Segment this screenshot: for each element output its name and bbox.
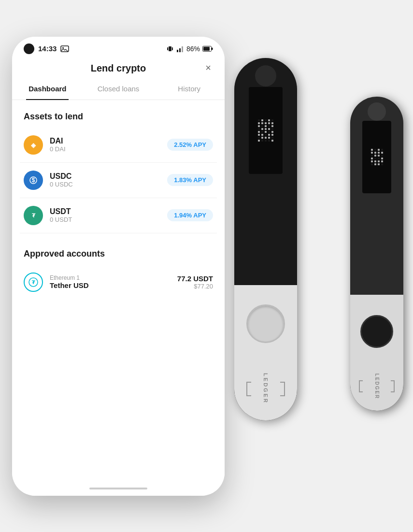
usdc-info: USDC 0 USDC bbox=[50, 172, 167, 188]
header-title: Lend crypto bbox=[91, 63, 146, 74]
ledger-brand-text-2: LEDGER bbox=[374, 374, 380, 400]
ledger-top-button bbox=[255, 65, 276, 86]
phone: 14:33 bbox=[12, 37, 225, 496]
ledger-screen-2 bbox=[362, 121, 391, 193]
ledger-device-2: LEDGER bbox=[350, 97, 403, 411]
home-indicator bbox=[12, 481, 225, 496]
usdt-name: USDT bbox=[50, 207, 167, 216]
ledger-bracket-left bbox=[246, 382, 251, 396]
approved-tether-icon: ₮ bbox=[24, 273, 43, 292]
dai-name: DAI bbox=[50, 137, 167, 145]
approved-section: Approved accounts ₮ Ethereum 1 Tether US… bbox=[12, 233, 225, 300]
approved-section-title: Approved accounts bbox=[12, 237, 225, 265]
ledger-device-1: LEDGER bbox=[234, 58, 297, 420]
tab-dashboard[interactable]: Dashboard bbox=[12, 78, 83, 100]
usdt-icon: ₮ bbox=[24, 206, 43, 225]
devices-wrapper: LEDGER bbox=[210, 0, 413, 532]
approved-amount: 77.2 USDT $77.20 bbox=[177, 274, 213, 290]
svg-rect-9 bbox=[203, 47, 210, 51]
ledger-center-button bbox=[246, 304, 285, 343]
assets-section-title: Assets to lend bbox=[12, 100, 225, 128]
dai-apy: 2.52% APY bbox=[167, 139, 213, 151]
usdt-apy: 1.94% APY bbox=[167, 209, 213, 221]
status-right: 86% bbox=[166, 45, 213, 53]
tabs: Dashboard Closed loans History bbox=[12, 78, 225, 100]
image-icon bbox=[60, 45, 69, 52]
approved-network: Ethereum 1 bbox=[50, 274, 177, 281]
asset-item-dai[interactable]: ◈ DAI 0 DAI 2.52% APY bbox=[20, 128, 217, 163]
dai-balance: 0 DAI bbox=[50, 145, 167, 153]
approved-usd-value: $77.20 bbox=[177, 283, 213, 290]
ledger-bracket-l2 bbox=[359, 380, 363, 392]
dai-symbol: ◈ bbox=[28, 139, 39, 151]
svg-text:₮: ₮ bbox=[32, 213, 36, 218]
svg-rect-4 bbox=[172, 47, 173, 50]
svg-point-1 bbox=[62, 47, 64, 48]
ledger-bracket-right bbox=[280, 382, 285, 396]
content: Assets to lend ◈ DAI 0 DAI 2.52% APY bbox=[12, 100, 225, 481]
usdc-balance: 0 USDC bbox=[50, 181, 167, 188]
asset-list: ◈ DAI 0 DAI 2.52% APY $ bbox=[12, 128, 225, 233]
phone-wrapper: 14:33 bbox=[0, 0, 237, 532]
status-bar: 14:33 bbox=[12, 37, 225, 58]
dai-icon: ◈ bbox=[24, 135, 43, 155]
approved-name: Tether USD bbox=[50, 281, 177, 289]
home-bar bbox=[89, 488, 147, 489]
ledger-body-2: LEDGER bbox=[350, 97, 403, 411]
vibrate-icon bbox=[166, 45, 174, 53]
usdt-symbol: ₮ bbox=[28, 210, 39, 221]
svg-rect-3 bbox=[167, 47, 168, 50]
svg-rect-2 bbox=[169, 46, 171, 51]
svg-text:◈: ◈ bbox=[30, 142, 36, 149]
ledger-screen-main bbox=[249, 87, 283, 174]
svg-text:₮: ₮ bbox=[32, 280, 35, 285]
approved-usdt-value: 77.2 USDT bbox=[177, 274, 213, 283]
ledger-top-button-2 bbox=[368, 102, 386, 121]
tether-icon-svg: ₮ bbox=[28, 277, 38, 287]
ledger-bottom-2: LEDGER bbox=[350, 295, 403, 411]
status-left: 14:33 bbox=[24, 43, 69, 54]
signal-icon bbox=[176, 45, 184, 53]
usdc-symbol: $ bbox=[28, 174, 39, 186]
ledger-center-button-2 bbox=[360, 315, 393, 348]
tab-closed-loans[interactable]: Closed loans bbox=[83, 78, 154, 100]
header: Lend crypto × bbox=[12, 58, 225, 78]
svg-rect-7 bbox=[182, 46, 183, 52]
dai-info: DAI 0 DAI bbox=[50, 137, 167, 153]
usdc-name: USDC bbox=[50, 172, 167, 181]
approved-tether-info: Ethereum 1 Tether USD bbox=[50, 274, 177, 289]
status-dot bbox=[24, 43, 34, 54]
svg-rect-6 bbox=[179, 48, 181, 52]
usdc-icon: $ bbox=[24, 171, 43, 190]
battery-text: 86% bbox=[186, 45, 200, 53]
ledger-body-main: LEDGER bbox=[234, 58, 297, 420]
asset-item-usdt[interactable]: ₮ USDT 0 USDT 1.94% APY bbox=[20, 198, 217, 233]
status-time: 14:33 bbox=[38, 44, 57, 53]
svg-rect-5 bbox=[177, 50, 178, 52]
usdt-info: USDT 0 USDT bbox=[50, 207, 167, 223]
usdc-apy: 1.83% APY bbox=[167, 174, 213, 186]
svg-text:$: $ bbox=[32, 177, 35, 184]
asset-item-usdc[interactable]: $ USDC 0 USDC 1.83% APY bbox=[20, 163, 217, 198]
ledger-brand-text-1: LEDGER bbox=[263, 373, 269, 404]
approved-item-tether[interactable]: ₮ Ethereum 1 Tether USD 77.2 USDT $77.20 bbox=[12, 265, 225, 300]
ledger-bottom-section: LEDGER bbox=[234, 285, 297, 420]
ledger-bracket-r2 bbox=[391, 380, 395, 392]
usdt-balance: 0 USDT bbox=[50, 216, 167, 223]
